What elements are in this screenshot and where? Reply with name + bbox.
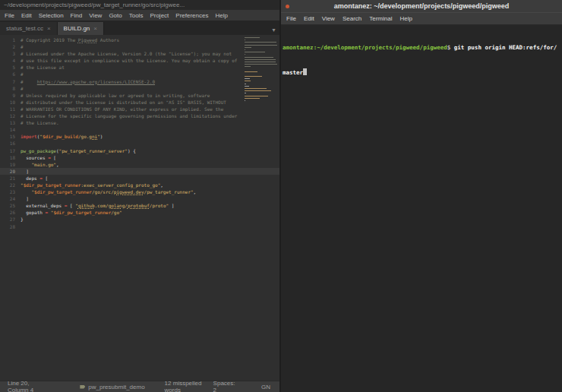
tab-build.gn[interactable]: BUILD.gn× [58,22,104,35]
line-number: 4 [0,57,21,64]
caret-position[interactable]: Line 20, Column 4 [8,380,51,392]
code-line[interactable]: 20 ] [0,168,279,175]
line-number: 25 [0,202,21,209]
indent-setting[interactable]: Spaces: 2 [213,380,237,392]
terminal-titlebar[interactable]: amontanez: ~/development/projects/pigwee… [281,0,562,12]
code-line[interactable]: 21 deps = [ [0,175,279,182]
terminal-screen[interactable]: amontanez:~/development/projects/pigweed… [281,25,562,392]
minimap-line [245,47,251,48]
code-line[interactable]: 18 sources = [ [0,154,279,161]
minimap-line [245,93,246,93]
code-line[interactable]: 7# https://www.apache.org/licenses/LICEN… [0,78,279,85]
line-number: 14 [0,126,21,133]
line-text: # distributed under the License is distr… [21,99,226,106]
code-line[interactable]: 5# the License at [0,64,279,71]
line-text: ] [21,195,29,202]
editor-menubar: FileEditSelectionFindViewGotoToolsProjec… [0,10,279,21]
code-line[interactable]: 4# use this file except in compliance wi… [0,57,279,64]
editor-menu-file[interactable]: File [5,12,14,19]
code-line[interactable]: 14 [0,126,279,133]
editor-menu-help[interactable]: Help [215,12,227,19]
terminal-menu-file[interactable]: File [286,15,296,22]
code-line[interactable]: 6# [0,71,279,77]
tab-strip: status_test.cc×BUILD.gn×▼ [0,21,279,35]
project-indicator[interactable]: pw_presubmit_demo [80,384,144,390]
line-text: deps = [ [21,175,48,182]
minimap-line [245,37,260,38]
code-line[interactable]: 3# Licensed under the Apache License, Ve… [0,50,279,57]
line-text: # [21,85,24,92]
line-number: 20 [0,168,21,175]
code-line[interactable]: 1# Copyright 2019 The Pigweed Authors [0,36,279,43]
terminal-menu-edit[interactable]: Edit [304,15,314,22]
minimap[interactable] [245,37,278,105]
minimap-line [245,71,257,72]
syntax-mode[interactable]: GN [261,384,270,390]
editor-menu-tools[interactable]: Tools [129,12,144,19]
editor-menu-view[interactable]: View [89,12,102,19]
line-text: "$dir_pw_target_runner/go/src/pigweed.de… [21,188,196,195]
code-line[interactable]: 8# [0,85,279,92]
tab-close-icon[interactable]: × [47,25,51,32]
code-line[interactable]: 10# distributed under the License is dis… [0,99,279,106]
prompt-path: ~/development/projects/pigweed/pigweed [317,44,447,51]
code-line[interactable]: 15import("$dir_pw_build/go.gni") [0,133,279,140]
line-number: 1 [0,36,21,43]
code-line[interactable]: 27} [0,216,279,223]
editor-menu-selection[interactable]: Selection [39,12,64,19]
tab-close-icon[interactable]: × [93,25,97,32]
terminal-menu-help[interactable]: Help [399,15,412,22]
line-text: # [21,43,24,50]
code-line[interactable]: 12# License for the specific language go… [0,112,279,119]
terminal-menu-search[interactable]: Search [343,15,362,22]
terminal-cursor [303,68,307,75]
code-line[interactable]: 2# [0,43,279,50]
minimap-line [245,59,276,60]
code-line[interactable]: 28 [0,223,279,230]
code-line[interactable]: 19 "main.go", [0,161,279,168]
line-text: # use this file except in compliance wit… [21,57,237,64]
code-line[interactable]: 9# Unless required by applicable law or … [0,92,279,99]
prompt-user: amontanez [283,44,314,51]
editor-menu-preferences[interactable]: Preferences [175,12,208,19]
code-line[interactable]: 13# the License. [0,119,279,126]
line-text: pw_go_package("pw_target_runner_server")… [21,147,136,154]
code-line[interactable]: 16 [0,140,279,147]
line-text: # the License at [21,64,65,71]
minimap-line [245,76,262,77]
command-text-1: git push origin HEAD:refs/for/ [454,44,557,51]
code-line[interactable]: 26 gopath = "$dir_pw_target_runner/go" [0,209,279,216]
editor-menu-project[interactable]: Project [150,12,169,19]
line-number: 23 [0,188,21,195]
line-text: # the License. [21,119,59,126]
line-number: 11 [0,106,21,112]
terminal-menu-view[interactable]: View [322,15,335,22]
minimap-line [245,78,250,79]
terminal-title: amontanez: ~/development/projects/pigwee… [334,2,509,10]
minimap-line [245,40,245,40]
minimap-line [245,86,249,87]
editor-menu-edit[interactable]: Edit [21,12,32,19]
editor-menu-goto[interactable]: Goto [109,12,122,19]
line-text: # https://www.apache.org/licenses/LICENS… [21,78,155,85]
tab-status_test.cc[interactable]: status_test.cc× [0,22,58,35]
line-number: 17 [0,147,21,154]
project-name: pw_presubmit_demo [88,384,144,390]
code-line[interactable]: 24 ] [0,195,279,202]
terminal-menubar: FileEditViewSearchTerminalHelp [281,12,562,25]
terminal-menu-terminal[interactable]: Terminal [369,15,392,22]
code-line[interactable]: 11# WARRANTIES OR CONDITIONS OF ANY KIND… [0,106,279,112]
editor-titlebar[interactable]: ~/development/projects/pigweed/pw_target… [0,0,279,10]
code-line[interactable]: 23 "$dir_pw_target_runner/go/src/pigweed… [0,188,279,195]
tab-label: BUILD.gn [64,25,90,32]
command-text-2: master [283,69,303,76]
editor-menu-find[interactable]: Find [71,12,83,19]
code-line[interactable]: 25 external_deps = [ "github.com/golang/… [0,202,279,209]
code-line[interactable]: 22"$dir_pw_target_runner:exec_server_con… [0,182,279,188]
spellcheck-status[interactable]: 12 misspelled words [165,380,213,392]
code-line[interactable]: 17pw_go_package("pw_target_runner_server… [0,147,279,154]
code-area[interactable]: 1# Copyright 2019 The Pigweed Authors2#3… [0,36,279,230]
minimap-line [245,100,245,101]
tab-overflow-icon[interactable]: ▼ [271,27,276,33]
editor-pane[interactable]: 1# Copyright 2019 The Pigweed Authors2#3… [0,35,279,381]
